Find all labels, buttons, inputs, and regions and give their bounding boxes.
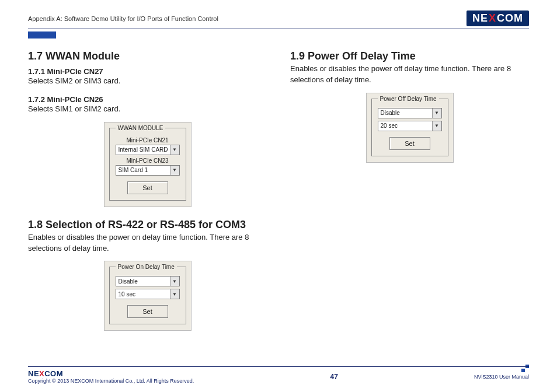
power-on-set-button[interactable]: Set	[127, 305, 168, 318]
wwan-label-cn23: Mini-PCIe CN23	[116, 158, 180, 164]
wwan-module-panel: WWAN MODULE Mini-PCIe CN21 Internal SIM …	[104, 122, 192, 207]
wwan-cn21-dropdown[interactable]: Internal SIM CARD ▼	[116, 145, 180, 155]
chevron-down-icon: ▼	[170, 276, 179, 286]
section-tab-decoration	[28, 32, 56, 38]
body-1-8: Enables or disables the power on delay t…	[28, 232, 267, 254]
body-1-7-2: Selects SIM1 or SIM2 card.	[28, 104, 267, 115]
power-off-time-dropdown[interactable]: 20 sec ▼	[378, 121, 442, 131]
power-on-enable-dropdown[interactable]: Disable ▼	[116, 276, 180, 286]
left-column: 1.7 WWAN Module 1.7.1 Mini-PCIe CN27 Sel…	[28, 50, 267, 342]
power-on-delay-panel: Power On Delay Time Disable ▼ 10 sec ▼ S…	[104, 261, 192, 331]
chevron-down-icon: ▼	[432, 108, 441, 118]
copyright-text: Copyright © 2013 NEXCOM International Co…	[28, 378, 194, 384]
chevron-down-icon: ▼	[432, 121, 441, 131]
chevron-down-icon: ▼	[170, 166, 179, 175]
wwan-legend: WWAN MODULE	[116, 125, 166, 131]
body-1-9: Enables or disables the power off delay …	[290, 64, 529, 86]
power-off-delay-panel: Power Off Delay Time Disable ▼ 20 sec ▼ …	[366, 93, 454, 163]
heading-1-7-1: 1.7.1 Mini-PCIe CN27	[28, 67, 267, 76]
power-off-set-button[interactable]: Set	[389, 137, 430, 150]
page-footer: NEXCOM Copyright © 2013 NEXCOM Internati…	[28, 366, 529, 384]
power-off-enable-dropdown[interactable]: Disable ▼	[378, 108, 442, 118]
wwan-set-button[interactable]: Set	[127, 181, 168, 194]
manual-name: NViS2310 User Manual	[474, 374, 529, 380]
body-1-7-1: Selects SIM2 or SIM3 card.	[28, 76, 267, 87]
power-on-legend: Power On Delay Time	[116, 264, 177, 270]
page-number: 47	[330, 373, 338, 381]
wwan-label-cn21: Mini-PCIe CN21	[116, 137, 180, 144]
nexcom-logo-small: NEXCOM	[28, 369, 63, 378]
appendix-title: Appendix A: Software Demo Utility for I/…	[28, 15, 218, 22]
heading-1-8: 1.8 Selection of RS-422 or RS-485 for CO…	[28, 219, 267, 231]
nexcom-logo: NEXCOM	[467, 10, 529, 26]
wwan-cn23-dropdown[interactable]: SIM Card 1 ▼	[116, 165, 180, 176]
chevron-down-icon: ▼	[170, 145, 179, 155]
power-off-legend: Power Off Delay Time	[378, 96, 439, 102]
heading-1-7: 1.7 WWAN Module	[28, 50, 267, 62]
right-column: 1.9 Power Off Delay Time Enables or disa…	[290, 50, 529, 342]
top-header: Appendix A: Software Demo Utility for I/…	[28, 10, 529, 29]
chevron-down-icon: ▼	[170, 289, 179, 299]
power-on-time-dropdown[interactable]: 10 sec ▼	[116, 289, 180, 299]
heading-1-9: 1.9 Power Off Delay Time	[290, 50, 529, 62]
heading-1-7-2: 1.7.2 Mini-PCIe CN26	[28, 95, 267, 104]
